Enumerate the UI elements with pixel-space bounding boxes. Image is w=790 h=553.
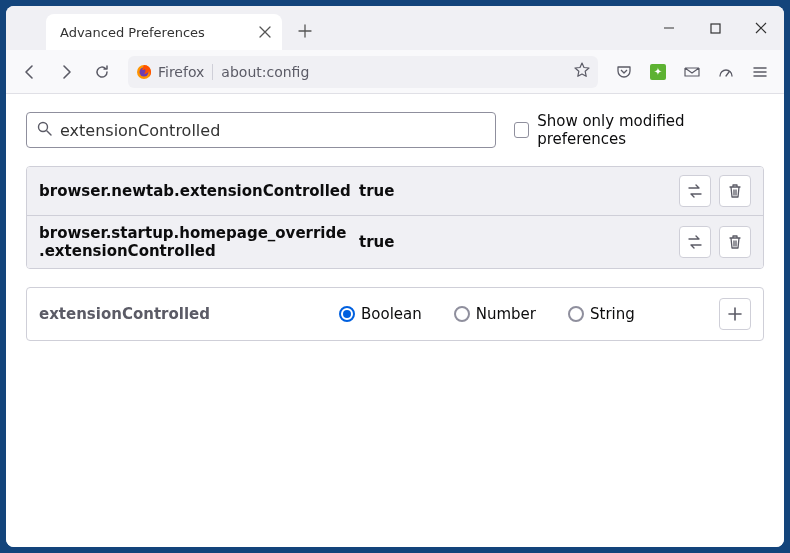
checkbox-icon[interactable] [514, 122, 529, 138]
about-config-content: Show only modified preferences browser.n… [6, 94, 784, 547]
new-pref-row: extensionControlled Boolean Number Strin… [26, 287, 764, 341]
window-controls [646, 6, 784, 50]
toggle-button[interactable] [679, 175, 711, 207]
maximize-button[interactable] [692, 6, 738, 50]
radio-string[interactable]: String [568, 305, 635, 323]
prefs-list: browser.newtab.extensionControlled true … [26, 166, 764, 269]
pref-value: true [359, 182, 679, 200]
identity-label: Firefox [158, 64, 213, 80]
browser-window: Advanced Preferences Firefox about:confi… [6, 6, 784, 547]
close-window-button[interactable] [738, 6, 784, 50]
delete-button[interactable] [719, 175, 751, 207]
radio-icon [339, 306, 355, 322]
svg-point-3 [39, 122, 48, 131]
firefox-logo-icon [136, 64, 152, 80]
url-text: about:config [213, 64, 574, 80]
radio-icon [568, 306, 584, 322]
pocket-icon[interactable] [608, 56, 640, 88]
bookmark-star-icon[interactable] [574, 62, 590, 82]
pref-value: true [359, 233, 679, 251]
pref-name: browser.newtab.extensionControlled [39, 182, 359, 200]
close-tab-icon[interactable] [256, 23, 274, 41]
pref-row[interactable]: browser.startup.homepage_override.extens… [27, 215, 763, 268]
radio-number[interactable]: Number [454, 305, 536, 323]
mail-icon[interactable] [676, 56, 708, 88]
pref-search-input[interactable] [60, 121, 485, 140]
new-pref-name: extensionControlled [39, 305, 339, 323]
dashboard-icon[interactable] [710, 56, 742, 88]
search-row: Show only modified preferences [26, 112, 764, 148]
pref-row[interactable]: browser.newtab.extensionControlled true [27, 167, 763, 215]
toolbar-icons: ✦ [608, 56, 776, 88]
radio-icon [454, 306, 470, 322]
modified-only-toggle[interactable]: Show only modified preferences [514, 112, 764, 148]
search-icon [37, 121, 52, 140]
evernote-icon[interactable]: ✦ [642, 56, 674, 88]
toggle-button[interactable] [679, 226, 711, 258]
nav-toolbar: Firefox about:config ✦ [6, 50, 784, 94]
new-tab-button[interactable] [290, 16, 320, 46]
pref-name: browser.startup.homepage_override.extens… [39, 224, 359, 260]
reload-button[interactable] [86, 56, 118, 88]
pref-actions [679, 226, 751, 258]
forward-button[interactable] [50, 56, 82, 88]
radio-boolean[interactable]: Boolean [339, 305, 422, 323]
type-radio-group: Boolean Number String [339, 305, 719, 323]
titlebar: Advanced Preferences [6, 6, 784, 50]
hamburger-menu-icon[interactable] [744, 56, 776, 88]
pref-search-box[interactable] [26, 112, 496, 148]
address-bar[interactable]: Firefox about:config [128, 56, 598, 88]
pref-actions [679, 175, 751, 207]
modified-only-label: Show only modified preferences [537, 112, 764, 148]
add-pref-button[interactable] [719, 298, 751, 330]
delete-button[interactable] [719, 226, 751, 258]
back-button[interactable] [14, 56, 46, 88]
minimize-button[interactable] [646, 6, 692, 50]
tab-title: Advanced Preferences [60, 25, 256, 40]
svg-rect-0 [711, 24, 720, 33]
browser-tab[interactable]: Advanced Preferences [46, 14, 282, 50]
